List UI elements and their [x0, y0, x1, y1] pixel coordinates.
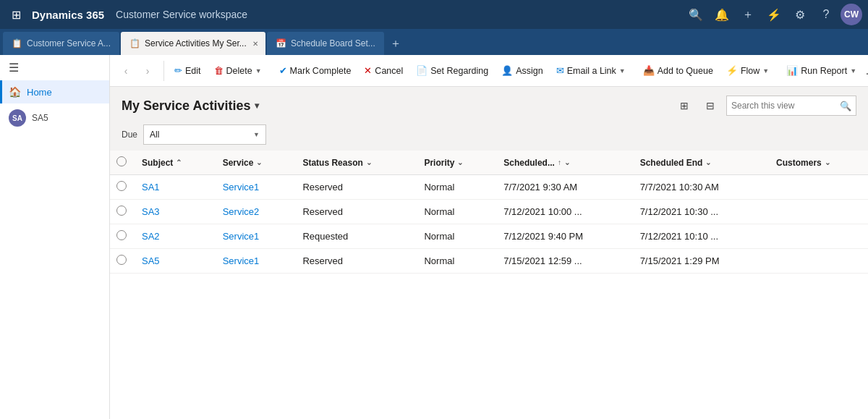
filter-icon[interactable]: ⚡ [762, 3, 786, 26]
header-scheduled-start-sort-icon: ↑ [558, 158, 561, 166]
sidebar-avatar: SA [9, 109, 26, 127]
subject-link-1[interactable]: SA3 [142, 206, 160, 217]
row-radio-0[interactable] [116, 181, 127, 191]
table-row: SA2 Service1 Requested Normal 7/12/2021 … [110, 224, 868, 249]
cell-priority-0: Normal [415, 175, 495, 200]
tab-service-icon: 📋 [129, 38, 140, 48]
cell-subject-0: SA1 [133, 175, 214, 200]
row-radio-2[interactable] [116, 230, 127, 240]
service-link-0[interactable]: Service1 [223, 182, 260, 192]
email-dropdown-icon: ▼ [619, 67, 626, 75]
plus-icon[interactable]: ＋ [736, 3, 760, 26]
view-title: My Service Activities ▾ [122, 98, 259, 114]
tab-schedule-board[interactable]: 📅 Schedule Board Set... [267, 32, 384, 55]
flow-dropdown-icon: ▼ [762, 67, 769, 75]
table-row: SA1 Service1 Reserved Normal 7/7/2021 9:… [110, 175, 868, 200]
tab-customer-service[interactable]: 📋 Customer Service A... [3, 32, 119, 55]
row-radio-3[interactable] [116, 255, 127, 265]
sidebar-item-home[interactable]: 🏠 Home [0, 80, 109, 103]
more-options-button[interactable]: … [865, 61, 868, 81]
bell-icon[interactable]: 🔔 [710, 3, 733, 26]
filter-select-value: All [150, 130, 250, 140]
mark-complete-button[interactable]: ✔ Mark Complete [273, 61, 357, 81]
cell-customers-0 [767, 175, 868, 200]
subject-link-3[interactable]: SA5 [142, 255, 160, 266]
settings-icon[interactable]: ⚙ [788, 3, 812, 26]
search-icon[interactable]: 🔍 [684, 3, 707, 26]
assign-button[interactable]: 👤 Assign [495, 61, 549, 81]
cancel-button[interactable]: ✕ Cancel [358, 61, 409, 81]
delete-button[interactable]: 🗑 Delete ▼ [208, 61, 268, 81]
chart-view-button[interactable]: ⊞ [674, 96, 694, 116]
row-radio-1[interactable] [116, 206, 127, 216]
report-dropdown-icon: ▼ [850, 67, 856, 75]
header-priority-label: Priority [424, 158, 454, 168]
nav-icons: 🔍 🔔 ＋ ⚡ ⚙ ? CW [684, 3, 862, 26]
cell-service-1: Service2 [214, 200, 294, 224]
cell-subject-3: SA5 [133, 249, 214, 274]
service-link-3[interactable]: Service1 [223, 255, 260, 266]
cancel-label: Cancel [375, 66, 403, 76]
view-header: My Service Activities ▾ ⊞ ⊟ 🔍 [110, 87, 868, 122]
cell-status-2: Requested [294, 224, 415, 249]
filter-select[interactable]: All ▼ [143, 124, 266, 145]
main-layout: ☰ 🏠 Home SA SA5 ‹ › ✏ Edit 🗑 Delet [0, 55, 868, 419]
sidebar-toggle[interactable]: ☰ [0, 55, 109, 80]
header-service-sort-icon: ⌄ [256, 158, 262, 166]
set-regarding-button[interactable]: 📄 Set Regarding [410, 61, 494, 81]
sidebar: ☰ 🏠 Home SA SA5 [0, 55, 110, 419]
cell-customers-2 [767, 224, 868, 249]
header-subject[interactable]: Subject ⌃ [133, 151, 214, 175]
tab-close-icon[interactable]: ✕ [251, 38, 260, 49]
filter-view-button[interactable]: ⊟ [700, 96, 720, 116]
table-container: Subject ⌃ Service ⌄ Stat [110, 151, 868, 419]
subject-link-0[interactable]: SA1 [142, 182, 160, 192]
search-icon[interactable]: 🔍 [840, 101, 851, 111]
cell-scheduled-end-1: 7/12/2021 10:30 ... [631, 200, 767, 224]
view-controls: ⊞ ⊟ 🔍 [674, 96, 856, 116]
tab-service-label: Service Activities My Ser... [145, 38, 247, 48]
search-input[interactable] [731, 101, 837, 111]
header-status-reason[interactable]: Status Reason ⌄ [294, 151, 415, 175]
delete-dropdown-icon: ▼ [255, 67, 262, 75]
service-link-2[interactable]: Service1 [223, 231, 260, 242]
delete-label: Delete [226, 66, 252, 76]
assign-label: Assign [516, 66, 543, 76]
subject-link-2[interactable]: SA2 [142, 231, 160, 242]
help-icon[interactable]: ? [814, 3, 838, 26]
header-scheduled-end[interactable]: Scheduled End ⌄ [631, 151, 767, 175]
content-area: ‹ › ✏ Edit 🗑 Delete ▼ ✔ Mark Complete ✕ … [110, 55, 868, 419]
header-service[interactable]: Service ⌄ [214, 151, 294, 175]
tab-customer-label: Customer Service A... [27, 38, 111, 48]
header-priority[interactable]: Priority ⌄ [415, 151, 495, 175]
nav-back-button[interactable]: ‹ [116, 61, 136, 81]
cell-scheduled-end-2: 7/12/2021 10:10 ... [631, 224, 767, 249]
tab-add-button[interactable]: ＋ [386, 33, 406, 54]
avatar[interactable]: CW [841, 4, 862, 25]
apps-icon[interactable]: ⊞ [6, 4, 26, 25]
tab-service-activities[interactable]: 📋 Service Activities My Ser... ✕ [121, 32, 265, 55]
nav-forward-button[interactable]: › [137, 61, 158, 81]
flow-button[interactable]: ⚡ Flow ▼ [720, 61, 775, 81]
email-icon: ✉ [556, 65, 564, 76]
service-activities-table: Subject ⌃ Service ⌄ Stat [110, 151, 868, 274]
service-link-1[interactable]: Service2 [223, 206, 260, 217]
app-title: Customer Service workspace [116, 9, 247, 20]
run-report-button[interactable]: 📊 Run Report ▼ [780, 61, 862, 81]
mark-complete-label: Mark Complete [290, 66, 352, 76]
add-to-queue-button[interactable]: 📥 Add to Queue [637, 61, 719, 81]
header-customers[interactable]: Customers ⌄ [767, 151, 868, 175]
checkmark-icon: ✔ [279, 65, 287, 76]
header-service-label: Service [223, 158, 254, 168]
select-all-radio[interactable] [116, 156, 127, 166]
email-link-button[interactable]: ✉ Email a Link ▼ [550, 61, 631, 81]
cell-service-3: Service1 [214, 249, 294, 274]
filter-select-arrow-icon: ▼ [253, 131, 260, 138]
edit-button[interactable]: ✏ Edit [169, 61, 207, 81]
header-scheduled-start[interactable]: Scheduled... ↑ ⌄ [495, 151, 631, 175]
header-priority-sort-icon: ⌄ [457, 158, 463, 166]
edit-icon: ✏ [174, 65, 182, 76]
view-title-dropdown-icon[interactable]: ▾ [255, 101, 259, 111]
sidebar-home-label: Home [27, 87, 52, 98]
delete-icon: 🗑 [214, 65, 224, 76]
